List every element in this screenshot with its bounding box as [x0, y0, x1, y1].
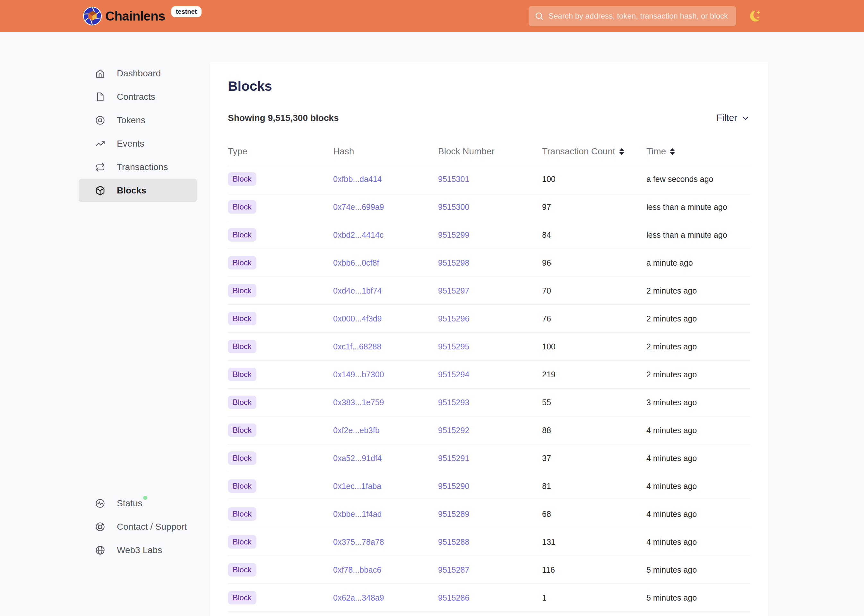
block-number-link[interactable]: 9515298	[438, 258, 469, 267]
block-number-link[interactable]: 9515287	[438, 565, 469, 575]
block-type-badge: Block	[228, 200, 257, 214]
sidebar-item-label: Transactions	[117, 162, 168, 172]
sidebar-item-label: Tokens	[117, 115, 145, 126]
table-header-row: Type Hash Block Number Transaction Count…	[228, 146, 750, 165]
sidebar-item-contact-support[interactable]: Contact / Support	[79, 515, 197, 538]
block-number-link[interactable]: 9515292	[438, 426, 469, 435]
transaction-count-value: 96	[542, 258, 647, 267]
table-row: Block 0x149...b7300 9515294 219 2 minute…	[228, 361, 750, 388]
block-number-link[interactable]: 9515290	[438, 482, 469, 491]
block-number-link[interactable]: 9515301	[438, 174, 469, 184]
table-row: Block 0x62a...348a9 9515286 1 5 minutes …	[228, 584, 750, 612]
transaction-count-value: 116	[542, 565, 647, 575]
block-type-badge: Block	[228, 507, 257, 521]
block-hash-link[interactable]: 0xbbe...1f4ad	[333, 509, 382, 519]
moon-icon	[748, 8, 765, 24]
table-row: Block 0x1ec...1faba 9515290 81 4 minutes…	[228, 472, 750, 500]
block-number-link[interactable]: 9515297	[438, 286, 469, 295]
block-hash-link[interactable]: 0x1ec...1faba	[333, 482, 381, 491]
search-input[interactable]	[549, 11, 730, 20]
sidebar-item-blocks[interactable]: Blocks	[79, 179, 197, 202]
block-number-link[interactable]: 9515296	[438, 314, 469, 324]
transaction-count-value: 55	[542, 398, 647, 407]
transaction-count-value: 88	[542, 426, 647, 435]
block-hash-link[interactable]: 0xf78...bbac6	[333, 565, 381, 575]
search-icon	[534, 11, 544, 21]
network-badge: testnet	[171, 6, 202, 17]
sidebar-nav: Dashboard Contracts Tokens	[79, 61, 197, 202]
sidebar-item-label: Blocks	[117, 185, 146, 196]
block-type-badge: Block	[228, 284, 257, 297]
table-row: Block 0xfbb...da414 9515301 100 a few se…	[228, 165, 750, 193]
block-time-value: 2 minutes ago	[647, 342, 750, 351]
block-hash-link[interactable]: 0xbb6...0cf8f	[333, 258, 379, 267]
brand[interactable]: Chainlens testnet	[83, 0, 201, 32]
sidebar-item-web3labs[interactable]: Web3 Labs	[79, 538, 197, 562]
table-body: Block 0xfbb...da414 9515301 100 a few se…	[228, 165, 750, 612]
sidebar-item-tokens[interactable]: Tokens	[79, 108, 197, 132]
blocks-count-summary: Showing 9,515,300 blocks	[228, 113, 338, 123]
block-hash-link[interactable]: 0x000...4f3d9	[333, 314, 382, 324]
block-type-badge: Block	[228, 563, 257, 577]
block-hash-link[interactable]: 0xd4e...1bf74	[333, 286, 382, 295]
table-row: Block 0x74e...699a9 9515300 97 less than…	[228, 193, 750, 221]
brand-name: Chainlens	[105, 9, 165, 24]
token-icon	[95, 115, 105, 126]
chevron-down-icon	[741, 113, 750, 123]
block-type-badge: Block	[228, 256, 257, 269]
sidebar-item-status[interactable]: Status	[79, 492, 197, 515]
transaction-count-value: 100	[542, 174, 647, 184]
block-number-link[interactable]: 9515293	[438, 398, 469, 407]
block-time-value: less than a minute ago	[647, 203, 750, 212]
block-number-link[interactable]: 9515291	[438, 454, 469, 463]
block-type-badge: Block	[228, 591, 257, 605]
block-type-badge: Block	[228, 228, 257, 242]
block-hash-link[interactable]: 0x383...1e759	[333, 398, 384, 407]
dark-mode-toggle[interactable]	[748, 7, 766, 25]
sidebar-item-transactions[interactable]: Transactions	[79, 155, 197, 179]
filter-button[interactable]: Filter	[717, 113, 750, 123]
block-hash-link[interactable]: 0x62a...348a9	[333, 593, 384, 602]
sidebar-item-events[interactable]: Events	[79, 132, 197, 155]
block-type-badge: Block	[228, 172, 257, 186]
status-icon	[95, 498, 105, 509]
column-header-transaction-count[interactable]: Transaction Count	[542, 146, 647, 157]
block-number-link[interactable]: 9515294	[438, 370, 469, 379]
block-hash-link[interactable]: 0xfbb...da414	[333, 174, 382, 184]
table-row: Block 0x383...1e759 9515293 55 3 minutes…	[228, 388, 750, 416]
block-time-value: 4 minutes ago	[647, 426, 750, 435]
block-hash-link[interactable]: 0xf2e...eb3fb	[333, 426, 380, 435]
column-header-time[interactable]: Time	[647, 146, 750, 157]
block-time-value: 4 minutes ago	[647, 509, 750, 519]
sidebar-item-label: Events	[117, 138, 145, 149]
transaction-count-value: 97	[542, 203, 647, 212]
block-number-link[interactable]: 9515300	[438, 203, 469, 212]
blocks-table: Type Hash Block Number Transaction Count…	[228, 146, 750, 612]
block-hash-link[interactable]: 0xa52...91df4	[333, 454, 382, 463]
block-number-link[interactable]: 9515288	[438, 537, 469, 547]
table-row: Block 0xd4e...1bf74 9515297 70 2 minutes…	[228, 277, 750, 305]
block-time-value: 2 minutes ago	[647, 314, 750, 324]
table-row: Block 0xbbe...1f4ad 9515289 68 4 minutes…	[228, 500, 750, 528]
table-row: Block 0xa52...91df4 9515291 37 4 minutes…	[228, 444, 750, 472]
block-number-link[interactable]: 9515295	[438, 342, 469, 351]
transaction-count-value: 131	[542, 537, 647, 547]
transaction-count-value: 37	[542, 454, 647, 463]
block-hash-link[interactable]: 0x375...78a78	[333, 537, 384, 547]
block-hash-link[interactable]: 0x149...b7300	[333, 370, 384, 379]
block-number-link[interactable]: 9515289	[438, 509, 469, 519]
block-time-value: a few seconds ago	[647, 174, 750, 184]
block-number-link[interactable]: 9515286	[438, 593, 469, 602]
table-row: Block 0xf78...bbac6 9515287 116 5 minute…	[228, 556, 750, 584]
search-bar[interactable]	[529, 6, 736, 26]
sidebar-item-contracts[interactable]: Contracts	[79, 85, 197, 108]
block-time-value: 4 minutes ago	[647, 482, 750, 491]
block-hash-link[interactable]: 0x74e...699a9	[333, 203, 384, 212]
sidebar-item-dashboard[interactable]: Dashboard	[79, 61, 197, 85]
block-hash-link[interactable]: 0xbd2...4414c	[333, 230, 384, 240]
globe-icon	[95, 545, 105, 555]
block-time-value: 5 minutes ago	[647, 593, 750, 602]
block-hash-link[interactable]: 0xc1f...68288	[333, 342, 381, 351]
block-number-link[interactable]: 9515299	[438, 230, 469, 240]
block-time-value: 2 minutes ago	[647, 286, 750, 295]
